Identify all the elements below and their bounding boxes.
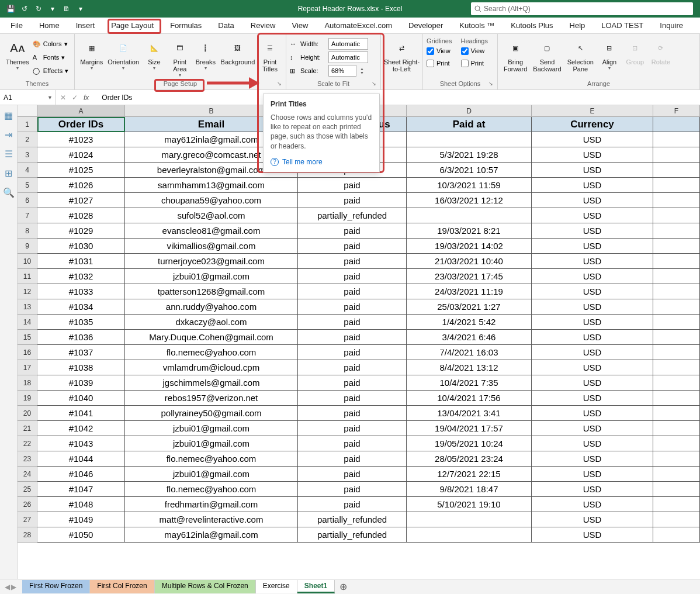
cell[interactable]: USD [532, 512, 653, 527]
colors-button[interactable]: 🎨Colors ▾ [33, 37, 68, 50]
cell[interactable] [653, 163, 700, 178]
tab-load-test[interactable]: LOAD TEST [593, 19, 652, 32]
cell[interactable] [653, 223, 700, 239]
row-header[interactable]: 15 [18, 330, 37, 345]
cell[interactable]: matt@revelinteractive.com [125, 512, 298, 527]
cancel-formula-icon[interactable]: ✕ [60, 94, 66, 102]
tab-kutools-plus[interactable]: Kutools Plus [503, 19, 561, 32]
cell[interactable]: paid [298, 375, 407, 391]
row-header[interactable]: 2 [18, 132, 37, 147]
cell[interactable]: #1024 [37, 147, 125, 163]
file-new-icon[interactable]: 🗎 [61, 3, 72, 15]
cell[interactable]: #1027 [37, 193, 125, 208]
cell[interactable]: paid [298, 421, 407, 436]
cell[interactable]: 6/3/2021 10:57 [407, 163, 532, 178]
cell[interactable]: 19/03/2021 14:02 [407, 239, 532, 254]
cell[interactable]: evanscleo81@gmail.com [125, 223, 298, 239]
cell[interactable]: 19/05/2021 10:24 [407, 436, 532, 451]
row-header[interactable]: 22 [18, 436, 37, 451]
sheet-tab-multiple-rows-col-frozen[interactable]: Multiple Rows & Col Frozen [155, 580, 256, 593]
cell[interactable]: paid [298, 451, 407, 467]
cell[interactable]: #1040 [37, 391, 125, 406]
breaks-button[interactable]: ┋Breaks▾ [193, 37, 218, 72]
cell[interactable] [407, 208, 532, 223]
tab-automateexcel-com[interactable]: AutomateExcel.com [316, 19, 400, 32]
cell[interactable] [653, 254, 700, 269]
headings-print-checkbox[interactable]: Print [461, 57, 494, 69]
cell[interactable]: 19/04/2021 17:57 [407, 421, 532, 436]
cell[interactable]: 28/05/2021 23:24 [407, 451, 532, 467]
add-sheet-button[interactable]: ⊕ [335, 581, 352, 592]
cell[interactable] [653, 193, 700, 208]
cell[interactable]: vikimallios@gmail.com [125, 239, 298, 254]
sheet-tab-sheet1[interactable]: Sheet1 [297, 580, 335, 593]
undo-icon[interactable]: ↺ [19, 3, 30, 15]
cell[interactable]: 24/03/2021 11:19 [407, 284, 532, 299]
row-header[interactable]: 8 [18, 223, 37, 239]
cell[interactable] [653, 497, 700, 512]
cell[interactable]: paid [298, 178, 407, 193]
cell[interactable]: 1/4/2021 5:42 [407, 315, 532, 330]
cell[interactable]: #1049 [37, 512, 125, 527]
cell[interactable]: #1034 [37, 299, 125, 315]
cell[interactable] [653, 117, 700, 132]
cell[interactable]: USD [532, 239, 653, 254]
tab-data[interactable]: Data [210, 19, 242, 32]
cell[interactable] [407, 512, 532, 527]
cell[interactable]: USD [532, 147, 653, 163]
tab-formulas[interactable]: Formulas [162, 19, 210, 32]
size-button[interactable]: 📐Size▾ [142, 37, 167, 72]
row-header[interactable]: 12 [18, 284, 37, 299]
cell[interactable]: turnerjoyce023@gmail.com [125, 254, 298, 269]
cell[interactable]: 10/4/2021 7:35 [407, 375, 532, 391]
rotate-button[interactable]: ⟳Rotate [649, 37, 673, 67]
cell[interactable]: sufol52@aol.com [125, 208, 298, 223]
row-header[interactable]: 16 [18, 345, 37, 360]
tab-home[interactable]: Home [31, 19, 68, 32]
cell[interactable]: 8/4/2021 13:12 [407, 360, 532, 375]
cell[interactable]: #1050 [37, 527, 125, 543]
cell[interactable]: #1028 [37, 208, 125, 223]
cell[interactable] [653, 527, 700, 543]
fx-icon[interactable]: fx [84, 94, 92, 102]
cell[interactable]: partially_refunded [298, 527, 407, 543]
cell[interactable]: USD [532, 482, 653, 497]
cell[interactable]: USD [532, 254, 653, 269]
cell[interactable]: #1037 [37, 345, 125, 360]
orientation-button[interactable]: 📄Orientation▾ [106, 37, 140, 72]
cell[interactable]: USD [532, 132, 653, 147]
cell[interactable]: #1035 [37, 315, 125, 330]
pane-icon[interactable]: ▦ [4, 110, 13, 121]
cell[interactable]: USD [532, 163, 653, 178]
cell[interactable]: flo.nemec@yahoo.com [125, 345, 298, 360]
cell[interactable]: paid [298, 345, 407, 360]
cell[interactable]: USD [532, 360, 653, 375]
cell[interactable]: 19/03/2021 8:21 [407, 223, 532, 239]
align-button[interactable]: ⊟Align▾ [597, 37, 622, 72]
cell[interactable]: jzbui01@gmail.com [125, 421, 298, 436]
cell[interactable]: USD [532, 208, 653, 223]
redo-icon[interactable]: ↻ [33, 3, 44, 15]
cell[interactable] [653, 360, 700, 375]
spreadsheet-grid[interactable]: ABCDEF 1Order IDsEmailFinancial StatusPa… [18, 105, 700, 579]
row-header[interactable]: 5 [18, 178, 37, 193]
cell[interactable]: paid [298, 360, 407, 375]
cell[interactable]: 5/10/2021 19:10 [407, 497, 532, 512]
cell[interactable]: USD [532, 345, 653, 360]
row-header[interactable]: 11 [18, 269, 37, 284]
cell[interactable] [653, 421, 700, 436]
row-header[interactable]: 18 [18, 375, 37, 391]
tab-insert[interactable]: Insert [68, 19, 103, 32]
cell[interactable] [407, 527, 532, 543]
cell[interactable]: USD [532, 421, 653, 436]
cell[interactable]: 13/04/2021 3:41 [407, 406, 532, 421]
cell[interactable]: 10/3/2021 11:59 [407, 178, 532, 193]
cell[interactable]: USD [532, 315, 653, 330]
cell[interactable]: paid [298, 391, 407, 406]
cell[interactable]: #1030 [37, 239, 125, 254]
cell[interactable]: USD [532, 436, 653, 451]
cell[interactable]: paid [298, 330, 407, 345]
cell[interactable]: USD [532, 451, 653, 467]
cell[interactable]: fredhmartin@gmail.com [125, 497, 298, 512]
cell[interactable]: jzbui01@gmail.com [125, 269, 298, 284]
